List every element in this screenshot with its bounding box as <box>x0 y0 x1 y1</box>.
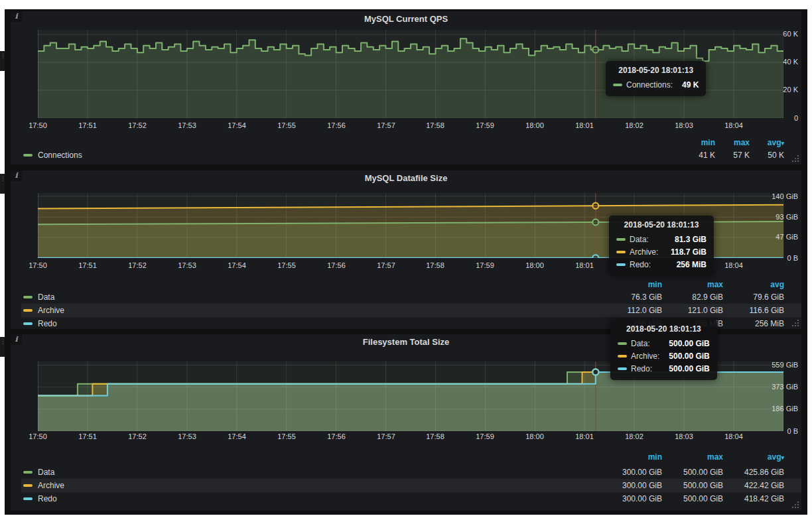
x-tick-label: 17:53 <box>178 261 196 269</box>
x-tick-label: 17:59 <box>476 121 494 129</box>
legend-header-max[interactable]: max <box>662 279 723 291</box>
legend-header-min[interactable]: min <box>601 451 662 463</box>
tooltip-series-label: Archive: <box>630 247 658 257</box>
legend-value-max: 500.00 GiB <box>662 479 723 492</box>
series-toggle-archive[interactable]: Archive <box>23 479 64 492</box>
legend-header-min[interactable]: min <box>681 137 715 149</box>
legend-value-min: 112.0 GiB <box>601 304 662 317</box>
x-tick-label: 17:53 <box>178 121 196 129</box>
sort-caret-icon: ▾ <box>781 137 784 149</box>
tooltip-series-value: 118.7 GiB <box>671 247 707 257</box>
legend-value-min: 76.3 GiB <box>601 291 662 304</box>
tooltip-rows: Data:500.00 GiBArchive:500.00 GiBRedo:50… <box>618 337 710 375</box>
legend-header-avg[interactable]: avg ▾ <box>723 451 784 464</box>
row-drag-handle-icon[interactable]: ⋮ <box>0 51 5 71</box>
x-tick-label: 17:58 <box>426 261 444 269</box>
tooltip-series-value: 500.00 GiB <box>669 339 709 348</box>
tooltip-series-dash-icon <box>618 355 627 358</box>
row-drag-handle-icon[interactable]: ⋮ <box>0 174 5 194</box>
resize-grip-icon[interactable] <box>792 155 799 162</box>
x-tick-label: 17:56 <box>327 261 346 269</box>
tooltip-time: 2018-05-20 18:01:13 <box>618 324 710 334</box>
y-tick-label: 93 GiB <box>758 213 798 221</box>
tooltip-rows: Data:81.3 GiBArchive:118.7 GiBRedo:256 M… <box>616 233 707 271</box>
series-toggle-connections[interactable]: Connections <box>23 149 82 162</box>
series-toggle-archive[interactable]: Archive <box>23 304 64 317</box>
legend-header-min[interactable]: min <box>601 279 662 291</box>
series-toggle-redo[interactable]: Redo <box>23 317 57 330</box>
legend-row: Data300.00 GiB500.00 GiB425.86 GiB <box>21 466 801 479</box>
tooltip-filesystem-size: 2018-05-20 18:01:13 Data:500.00 GiBArchi… <box>610 320 717 380</box>
series-label: Data <box>38 291 54 304</box>
legend-value-avg: 425.86 GiB <box>723 466 784 479</box>
x-tick-label: 17:53 <box>178 432 196 440</box>
x-tick-label: 18:04 <box>724 261 743 269</box>
tooltip-row: Data:81.3 GiB <box>616 233 707 245</box>
crosshair-point-marker <box>592 47 598 53</box>
legend-values: 300.00 GiB500.00 GiB422.42 GiB <box>601 479 784 492</box>
y-tick-label: 20 K <box>758 86 798 94</box>
x-tick-label: 18:02 <box>625 121 643 129</box>
series-toggle-data[interactable]: Data <box>23 291 54 304</box>
crosshair-point-marker <box>592 255 598 258</box>
series-dash-icon <box>23 296 33 298</box>
legend-value-min: 300.00 GiB <box>601 492 662 505</box>
tooltip-series-label: Connections: <box>626 80 673 90</box>
legend-header-max[interactable]: max <box>662 451 723 463</box>
x-tick-label: 17:52 <box>128 261 147 269</box>
tooltip-row: Redo:500.00 GiB <box>618 362 710 375</box>
legend-value-avg: 79.6 GiB <box>723 291 784 304</box>
y-tick-label: 559 GiB <box>758 361 798 369</box>
legend-value-max: 500.00 GiB <box>662 466 723 479</box>
tooltip-time: 2018-05-20 18:01:13 <box>613 66 699 75</box>
legend-header-max[interactable]: max <box>715 137 750 149</box>
legend-header-avg[interactable]: avg ▾ <box>750 137 784 149</box>
page: i MySQL Current QPS 60 K40 K20 K0 17:501… <box>0 0 812 520</box>
x-tick-label: 17:58 <box>426 432 444 440</box>
legend-values: 76.3 GiB82.9 GiB79.6 GiB <box>601 291 784 304</box>
x-tick-label: 17:52 <box>128 121 147 129</box>
tooltip-series-value: 49 K <box>682 80 699 90</box>
row-drag-handle-icon[interactable]: ⋮ <box>0 337 5 357</box>
x-tick-label: 18:04 <box>724 432 743 440</box>
legend-value-avg: 256 MiB <box>723 317 784 330</box>
x-tick-label: 17:51 <box>78 261 97 269</box>
x-tick-label: 17:57 <box>377 432 395 440</box>
tooltip-row: Connections:49 K <box>613 78 699 91</box>
tooltip-row: Data:500.00 GiB <box>618 337 710 350</box>
x-tick-label: 18:03 <box>675 121 693 129</box>
y-tick-label: 0 B <box>758 427 798 435</box>
legend-row: Redo300.00 GiB500.00 GiB418.42 GiB <box>21 492 801 505</box>
panel-title[interactable]: MySQL Current QPS <box>11 14 801 24</box>
resize-grip-icon[interactable] <box>792 501 799 509</box>
x-tick-label: 17:54 <box>228 121 246 129</box>
x-tick-label: 17:50 <box>29 432 47 440</box>
x-tick-label: 17:57 <box>377 261 395 269</box>
x-tick-label: 18:02 <box>625 432 643 440</box>
series-toggle-redo[interactable]: Redo <box>23 492 57 505</box>
series-dash-icon <box>23 484 33 487</box>
legend-value-max: 121.0 GiB <box>662 304 723 317</box>
y-tick-label: 60 K <box>758 30 798 38</box>
legend-value-min: 300.00 GiB <box>601 466 662 479</box>
x-tick-label: 17:58 <box>426 121 444 129</box>
x-tick-label: 18:03 <box>675 432 693 440</box>
legend-header-avg[interactable]: avg <box>723 279 784 291</box>
tooltip-series-label: Redo: <box>630 260 651 269</box>
y-tick-label: 0 <box>758 114 798 122</box>
legend-value-max: 57 K <box>715 149 750 162</box>
legend-value-min: 41 K <box>681 149 715 162</box>
tooltip-row: Archive:500.00 GiB <box>618 350 710 362</box>
legend-values: 300.00 GiB500.00 GiB418.42 GiB <box>601 492 784 505</box>
x-tick-label: 18:01 <box>575 121 594 129</box>
x-tick-label: 17:59 <box>476 432 494 440</box>
x-tick-label: 17:55 <box>277 261 296 269</box>
legend-header: minmaxavg ▾ <box>601 451 784 463</box>
series-toggle-data[interactable]: Data <box>23 466 54 479</box>
panel-title[interactable]: MySQL Datafile Size <box>11 173 801 183</box>
tooltip-series-value: 500.00 GiB <box>669 364 709 373</box>
resize-grip-icon[interactable] <box>792 320 799 327</box>
tooltip-series-value: 256 MiB <box>677 260 707 269</box>
y-tick-label: 47 GiB <box>758 233 798 241</box>
y-tick-label: 0 B <box>758 254 798 262</box>
